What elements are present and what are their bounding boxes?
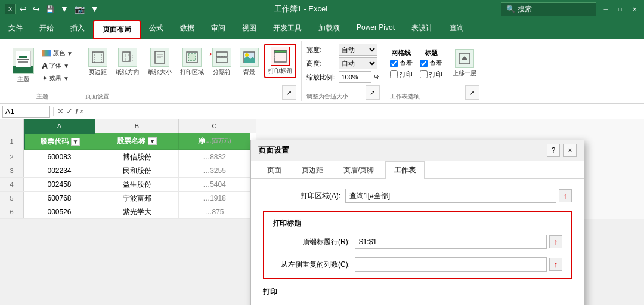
cell-a5[interactable]: 600768 xyxy=(24,192,95,205)
cell-a2[interactable]: 600083 xyxy=(24,150,95,164)
headings-view-checkbox[interactable]: 查看 xyxy=(420,59,442,68)
sheet-options-dialog-launcher[interactable]: ↗ xyxy=(465,85,479,100)
tab-developer[interactable]: 开发工具 xyxy=(265,20,310,39)
undo-button[interactable]: ↩ xyxy=(18,4,29,14)
dialog-tab-header-footer[interactable]: 页眉/页脚 xyxy=(335,161,383,179)
tab-file[interactable]: 文件 xyxy=(0,20,31,39)
height-label: 高度: xyxy=(306,59,336,68)
tab-addins[interactable]: 加载项 xyxy=(310,20,348,39)
cell-c5[interactable]: …1918 xyxy=(179,192,250,205)
cell-c6[interactable]: …875 xyxy=(179,205,250,218)
font-label: 字体 xyxy=(49,61,61,70)
cell-a3[interactable]: 002234 xyxy=(24,164,95,177)
gridlines-print-checkbox[interactable]: 打印 xyxy=(390,70,413,79)
background-button[interactable]: 背景 xyxy=(237,46,262,78)
font-button[interactable]: A 字体 ▼ xyxy=(39,60,75,72)
cell-a4[interactable]: 002458 xyxy=(24,178,95,191)
paper-size-button[interactable]: 纸张大小 xyxy=(145,46,175,78)
theme-button[interactable]: 主题 xyxy=(10,46,37,85)
col-header-a[interactable]: A xyxy=(24,119,95,133)
cell-b6[interactable]: 紫光学大 xyxy=(95,205,179,218)
gridlines-print-input[interactable] xyxy=(390,70,398,78)
search-box[interactable]: 🔍 搜索 xyxy=(501,2,596,16)
col-header-c[interactable]: C xyxy=(179,119,250,133)
tab-review[interactable]: 审阅 xyxy=(203,20,234,39)
cell-b5[interactable]: 宁波富邦 xyxy=(95,192,179,205)
tab-query[interactable]: 查询 xyxy=(441,20,472,39)
dialog-tab-margins[interactable]: 页边距 xyxy=(293,161,332,179)
cell-c1[interactable]: 净 …(百万元) xyxy=(179,133,250,150)
move-up-button[interactable]: 上移一层 xyxy=(450,47,479,79)
tab-data[interactable]: 数据 xyxy=(172,20,203,39)
dialog-close-button[interactable]: × xyxy=(564,144,577,157)
filter-b1[interactable]: ▼ xyxy=(148,137,157,145)
effects-button[interactable]: ✦ 效果 ▼ xyxy=(39,73,75,84)
tab-power-pivot[interactable]: Power Pivot xyxy=(348,20,403,39)
row-num-4: 4 xyxy=(0,178,24,191)
tab-page-layout[interactable]: 页面布局 xyxy=(93,20,141,39)
dialog-help-button[interactable]: ? xyxy=(547,144,560,157)
print-title-section: 打印标题 顶端标题行(R): ↑ 从左侧重复的列数(C): ↑ xyxy=(263,211,572,219)
name-box[interactable] xyxy=(2,106,50,118)
cell-a1[interactable]: 股票代码 ▼ xyxy=(24,133,95,150)
formula-input[interactable]: 博信股份 xyxy=(86,106,642,117)
page-setup-dialog-launcher[interactable]: ↗ xyxy=(282,85,296,100)
cell-a1-content: 股票代码 xyxy=(40,137,69,147)
insert-function-icon[interactable]: f xyxy=(75,107,78,116)
dialog-controls: ? × xyxy=(547,144,577,157)
cancel-formula-icon[interactable]: ✕ xyxy=(57,107,64,116)
print-area-ref-button[interactable]: ↑ xyxy=(559,189,572,202)
tab-home[interactable]: 开始 xyxy=(31,20,62,39)
cell-b4[interactable]: 益生股份 xyxy=(95,178,179,191)
headings-print-input[interactable] xyxy=(420,70,428,78)
cell-c3[interactable]: …3255 xyxy=(179,164,250,177)
cell-c2[interactable]: …8832 xyxy=(179,150,250,164)
gridlines-view-input[interactable] xyxy=(390,60,398,67)
gridlines-header: 网格线 xyxy=(390,48,413,57)
cell-b2[interactable]: 博信股份 xyxy=(95,150,179,164)
dialog-tab-sheet[interactable]: 工作表 xyxy=(385,161,425,179)
headings-print-checkbox[interactable]: 打印 xyxy=(420,70,442,79)
effects-dropdown[interactable]: ▼ xyxy=(63,75,69,82)
more-btn[interactable]: ▼ xyxy=(89,4,101,14)
print-area-icon xyxy=(182,48,202,67)
tab-view[interactable]: 视图 xyxy=(234,20,265,39)
row-num-1: 1 xyxy=(0,133,24,150)
restore-button[interactable]: □ xyxy=(615,4,625,14)
scale-dialog-launcher[interactable]: ↗ xyxy=(366,85,380,100)
print-area-input[interactable] xyxy=(345,189,556,203)
orientation-button[interactable]: 纸张方向 xyxy=(113,46,143,78)
headings-header: 标题 xyxy=(420,48,442,57)
height-select[interactable]: 自动 xyxy=(339,57,377,69)
col-header-b[interactable]: B xyxy=(95,119,179,133)
cell-a6[interactable]: 000526 xyxy=(24,205,95,218)
redo-button[interactable]: ↪ xyxy=(31,4,42,14)
cell-b1[interactable]: 股票名称 ▼ xyxy=(95,133,179,150)
cell-b3[interactable]: 民和股份 xyxy=(95,164,179,177)
scale-input[interactable] xyxy=(339,71,371,83)
scale-group-label: 调整为合适大小 xyxy=(306,90,348,101)
gridlines-view-checkbox[interactable]: 查看 xyxy=(390,59,413,68)
cell-b1-content: 股票名称 xyxy=(117,136,145,146)
breaks-label: 分隔符 xyxy=(213,68,231,76)
tab-insert[interactable]: 插入 xyxy=(62,20,93,39)
margins-button[interactable]: 页边距 xyxy=(85,46,110,78)
arrow-to-print-titles: → xyxy=(202,46,215,61)
close-button[interactable]: ✕ xyxy=(630,4,639,14)
print-titles-button[interactable]: 打印标题 xyxy=(264,44,296,78)
confirm-formula-icon[interactable]: ✓ xyxy=(66,107,73,116)
table-row: 3 002234 民和股份 …3255 xyxy=(0,164,256,178)
width-select[interactable]: 自动 xyxy=(339,44,377,56)
color-button[interactable]: 颜色 ▼ xyxy=(39,48,75,58)
color-dropdown[interactable]: ▼ xyxy=(67,50,73,57)
headings-view-input[interactable] xyxy=(420,60,428,67)
dialog-tab-page[interactable]: 页面 xyxy=(258,161,290,179)
tab-table-design[interactable]: 表设计 xyxy=(403,20,441,39)
minimize-button[interactable]: ─ xyxy=(601,4,611,14)
color-label: 颜色 xyxy=(53,49,65,57)
font-dropdown[interactable]: ▼ xyxy=(63,63,69,69)
cell-c4[interactable]: …5404 xyxy=(179,178,250,191)
tab-formula[interactable]: 公式 xyxy=(141,20,172,39)
filter-a1[interactable]: ▼ xyxy=(71,138,80,146)
margins-label: 页边距 xyxy=(89,68,107,76)
